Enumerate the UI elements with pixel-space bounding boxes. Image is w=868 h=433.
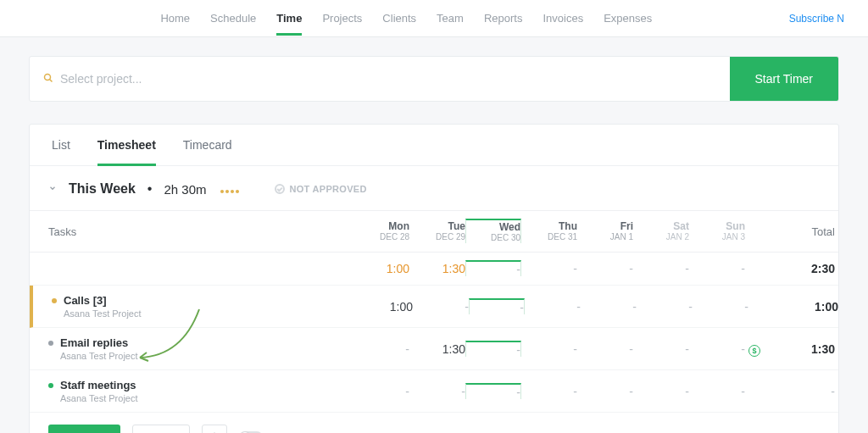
nav-expenses[interactable]: Expenses (604, 2, 652, 35)
task-title: Staff meetings (48, 379, 353, 391)
nav-schedule[interactable]: Schedule (210, 2, 256, 35)
recent-button[interactable]: Recent (132, 425, 190, 433)
cell[interactable]: 1:30 (409, 342, 465, 356)
svg-line-1 (50, 79, 53, 81)
overflow-dots-icon[interactable] (219, 181, 239, 197)
week-label: This Week (69, 181, 136, 197)
nav-clients[interactable]: Clients (382, 2, 416, 35)
main-nav: Home Schedule Time Projects Clients Team… (24, 2, 789, 35)
nav-reports[interactable]: Reports (484, 2, 523, 35)
cell[interactable]: - (409, 385, 465, 398)
cell[interactable]: 1:30 (409, 262, 465, 275)
cell[interactable]: 1:00 (357, 300, 413, 314)
row-total: 1:00 (764, 300, 838, 314)
task-project: Asana Test Project (60, 351, 353, 361)
svg-point-0 (45, 74, 51, 80)
cell[interactable]: - (577, 262, 633, 275)
row-total: - (760, 385, 835, 398)
cell[interactable]: - (581, 300, 637, 314)
nav-projects[interactable]: Projects (322, 2, 362, 35)
subscribe-link[interactable]: Subscribe N (789, 13, 844, 25)
cell[interactable]: - (521, 262, 577, 275)
cell[interactable]: - (637, 300, 693, 314)
col-mon: MonDEC 28 (353, 220, 409, 242)
table-row[interactable]: Staff meetings Asana Test Project - - - … (30, 370, 838, 413)
row-total: 1:30 (760, 342, 835, 356)
cell[interactable]: 1:00 (353, 262, 409, 275)
table-footer: Add Row Recent Compact view (30, 413, 838, 433)
tab-list[interactable]: List (52, 125, 70, 165)
project-select-input[interactable]: Select project... (30, 57, 730, 101)
col-tue: TueDEC 29 (409, 220, 465, 242)
start-timer-button[interactable]: Start Timer (730, 57, 838, 101)
week-summary: This Week • 2h 30m NOT APPROVED (30, 166, 838, 210)
search-icon (43, 73, 53, 86)
cell[interactable]: - (465, 341, 521, 357)
status-dot-icon (52, 298, 57, 303)
dollar-icon: $ (748, 345, 760, 357)
table-row[interactable]: Email replies Asana Test Project - 1:30 … (30, 328, 838, 370)
download-button[interactable] (202, 425, 227, 433)
task-project: Asana Test Project (60, 393, 353, 403)
cell[interactable]: - (521, 342, 577, 356)
cell[interactable]: - (413, 300, 469, 314)
col-fri: FriJAN 1 (577, 220, 633, 242)
cell[interactable]: - (353, 342, 409, 356)
task-project: Asana Test Project (64, 308, 357, 319)
col-total: Total (760, 225, 835, 238)
week-total: 2h 30m (164, 182, 206, 197)
timesheet-card: List Timesheet Timecard This Week • 2h 3… (29, 124, 839, 433)
nav-time[interactable]: Time (276, 2, 302, 35)
row-total: 2:30 (760, 262, 835, 275)
cell[interactable]: - (469, 298, 525, 314)
tab-timesheet[interactable]: Timesheet (97, 125, 156, 165)
cell[interactable]: - (577, 385, 633, 398)
timer-bar: Select project... Start Timer (29, 56, 839, 102)
table-header: Tasks MonDEC 28 TueDEC 29 WedDEC 30 ThuD… (30, 210, 838, 253)
nav-team[interactable]: Team (437, 2, 464, 35)
cell[interactable]: - (689, 262, 745, 275)
task-title: Calls [3] (52, 294, 357, 307)
check-circle-icon (275, 184, 285, 194)
cell[interactable]: - (633, 385, 689, 398)
col-sat: SatJAN 2 (633, 220, 689, 242)
chevron-down-icon[interactable] (48, 183, 57, 195)
col-thu: ThuDEC 31 (521, 220, 577, 242)
col-wed: WedDEC 30 (465, 219, 521, 243)
nav-home[interactable]: Home (160, 2, 190, 35)
cell[interactable]: - (689, 385, 745, 398)
cell[interactable]: - (525, 300, 581, 314)
table-row: 1:00 1:30 - - - - - 2:30 (30, 253, 838, 286)
status-dot-icon (48, 383, 53, 388)
col-sun: SunJAN 3 (689, 220, 745, 242)
cell[interactable]: - (633, 342, 689, 356)
bullet-sep: • (147, 181, 153, 197)
cell[interactable]: - (465, 383, 521, 399)
cell[interactable]: - (465, 260, 521, 276)
task-title: Email replies (48, 336, 353, 349)
tab-timecard[interactable]: Timecard (183, 125, 232, 165)
cell[interactable]: - (521, 385, 577, 398)
cell[interactable]: - (353, 385, 409, 398)
cell[interactable]: - (689, 342, 745, 356)
table-row[interactable]: Calls [3] Asana Test Project 1:00 - - - … (30, 286, 838, 328)
project-placeholder: Select project... (60, 72, 142, 86)
approval-status-label: NOT APPROVED (290, 184, 367, 194)
add-row-button[interactable]: Add Row (48, 425, 120, 433)
status-dot-icon (48, 341, 53, 346)
view-tabs: List Timesheet Timecard (30, 125, 838, 166)
cell[interactable]: - (577, 342, 633, 356)
nav-invoices[interactable]: Invoices (542, 2, 583, 35)
approval-status: NOT APPROVED (275, 184, 367, 194)
cell[interactable]: - (633, 262, 689, 275)
cell[interactable]: - (693, 300, 748, 314)
col-tasks: Tasks (48, 225, 353, 238)
